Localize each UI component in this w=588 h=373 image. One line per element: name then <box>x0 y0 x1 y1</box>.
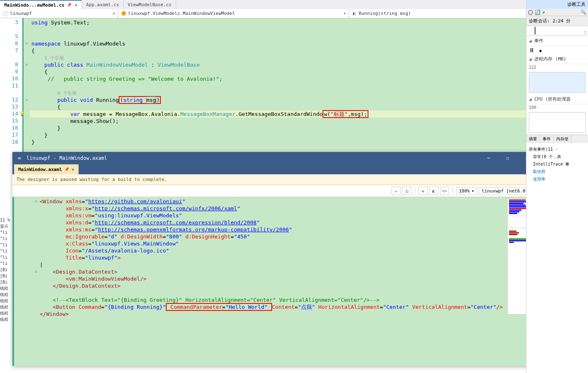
line-numbers: 3567891011121314💡1516171820 <box>0 18 22 158</box>
memory-section[interactable]: ◢ 进程内存 (MB) <box>526 54 588 64</box>
code-content[interactable]: using System.Text; namespace linuxwpf.Vi… <box>30 18 588 158</box>
xaml-content[interactable]: <Window xmlns="https://github.com/avalon… <box>39 197 540 366</box>
left-output-cut: 11 % 显示"li "li"li "li"li "li[Bi [Bi[Bi 线… <box>0 217 12 322</box>
cpu-section[interactable]: ◢ CPU (所有处理器 <box>526 94 588 104</box>
zoom-combo[interactable]: 100%▾ <box>456 187 477 195</box>
close-icon[interactable]: × <box>72 167 74 172</box>
search-icon[interactable]: 🔍 <box>581 10 586 15</box>
nav-project[interactable]: 📄 linuxwpf▾ <box>0 9 118 18</box>
tab-app[interactable]: App.axaml.cs <box>82 0 123 9</box>
tab-viewmodel[interactable]: MainWindo...ewModel.cs 📌 × <box>0 0 82 9</box>
designer-toolbar: ▭ ◫ ⇆ ◧ <> 100%▾ linuxwpf [net6.0]▾ <box>12 185 540 197</box>
nav-class[interactable]: 🔶 linuxwpf.ViewModels.MainWindowViewMode… <box>118 9 349 18</box>
cpu-graph[interactable] <box>529 112 586 133</box>
tab-summary[interactable]: 摘要 <box>526 135 540 143</box>
tab-label: MainWindo...ewModel.cs <box>4 2 65 8</box>
memory-graph[interactable] <box>529 72 586 93</box>
vs-icon: ∞ <box>16 154 23 162</box>
window-title: linuxwpf - MainWindow.axaml <box>26 155 107 161</box>
fold-margin[interactable]: ⊟⊟⊟ <box>22 18 30 158</box>
codelens-references[interactable]: 0 个引用 <box>57 91 76 96</box>
file-tabs: MainWindo...ewModel.cs 📌 × App.axaml.cs … <box>0 0 588 9</box>
editor-margin <box>12 197 33 366</box>
expand-icon[interactable]: ↗ <box>542 10 545 15</box>
pause-icon[interactable]: ⏸ <box>529 47 535 53</box>
lightbulb-icon[interactable]: 💡 <box>19 111 25 116</box>
close-icon[interactable]: × <box>75 2 78 8</box>
highlight-box-cmdparam: CommandParameter="Hello World" <box>166 303 272 311</box>
pin-icon[interactable]: 📌 <box>67 3 72 7</box>
diag-item[interactable]: IntelliTrace 事 <box>529 161 586 168</box>
diag-link-usage[interactable]: 使用率 <box>529 176 586 183</box>
tab-memory[interactable]: 内存使 <box>554 135 571 143</box>
maximize-button[interactable]: ☐ <box>498 152 517 164</box>
tab-mainwindow-axaml[interactable]: MainWindow.axaml 📌 × <box>14 164 79 174</box>
tab-viewmodelbase[interactable]: ViewModelBase.cs <box>124 0 176 9</box>
minimize-button[interactable]: ─ <box>479 152 498 164</box>
code-icon[interactable]: <> <box>440 187 449 195</box>
fold-margin[interactable]: ⊟⊟ <box>33 197 39 366</box>
view-horizontal-icon[interactable]: ▭ <box>392 187 401 195</box>
pin-icon[interactable]: 📌 <box>65 167 69 171</box>
designer-message: The designer is paused waiting for a bui… <box>12 174 540 185</box>
highlight-box-params: (string msg) <box>119 96 161 104</box>
events-section[interactable]: ◢ 事件 <box>526 36 588 46</box>
diag-item[interactable]: 所有事件(11 · <box>529 146 586 153</box>
designer-window: ∞ linuxwpf - MainWindow.axaml ─ ☐ ✕ Main… <box>12 152 540 366</box>
session-label: 诊断会话: 2:24 分 <box>526 16 588 26</box>
csharp-icon: 📄 <box>2 11 8 17</box>
gear-icon[interactable] <box>528 10 533 15</box>
class-icon: 🔶 <box>121 11 127 17</box>
xaml-editor[interactable]: ⊟⊟ <Window xmlns="https://github.com/ava… <box>12 197 540 366</box>
view-vertical-icon[interactable]: ◫ <box>402 187 411 195</box>
diag-tabs: 摘要 事件 内存使 <box>526 135 588 143</box>
diagnostics-panel: 诊断工具 🔄 ↗ 🔍 诊断会话: 2:24 分 2 ◢ 事件 ⏸ ◆ ◢ 进程内… <box>526 0 588 373</box>
diag-title: 诊断工具 <box>526 0 588 9</box>
nav-bar: 📄 linuxwpf▾ 🔶 linuxwpf.ViewModels.MainWi… <box>0 9 588 18</box>
refresh-icon[interactable]: 🔄 <box>535 10 540 15</box>
design-icon[interactable]: ◧ <box>429 187 438 195</box>
diag-item[interactable]: 异常(0 个，共 <box>529 153 586 161</box>
swap-icon[interactable]: ⇆ <box>418 187 428 195</box>
diag-link-snapshot[interactable]: 取快照 <box>529 168 586 176</box>
method-icon: ◧ <box>351 11 357 17</box>
highlight-box-call: w("标题",msg); <box>323 110 368 118</box>
codelens-references[interactable]: 1 个引用 <box>44 55 63 61</box>
titlebar[interactable]: ∞ linuxwpf - MainWindow.axaml ─ ☐ ✕ <box>12 152 540 164</box>
diamond-icon: ◆ <box>539 48 542 53</box>
tab-events[interactable]: 事件 <box>540 135 554 143</box>
doc-tabs: MainWindow.axaml 📌 × ▾ <box>12 164 540 174</box>
code-editor[interactable]: 3567891011121314💡1516171820 ⊟⊟⊟ using Sy… <box>0 18 588 158</box>
